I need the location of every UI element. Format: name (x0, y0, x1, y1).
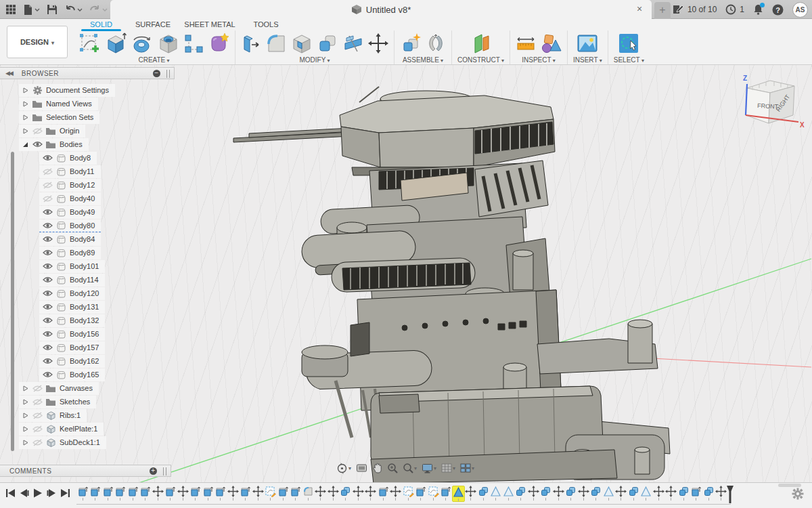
group-label-insert[interactable]: INSERT (573, 56, 602, 64)
tab-surface[interactable]: SURFACE (127, 19, 179, 30)
visibility-eye-icon[interactable] (41, 276, 54, 283)
joint-icon[interactable] (426, 33, 446, 54)
undo-icon[interactable] (64, 5, 83, 15)
browser-item-named-views[interactable]: Named Views (0, 97, 175, 110)
group-label-inspect[interactable]: INSPECT (522, 56, 556, 64)
browser-item-sketches[interactable]: Sketches (0, 395, 175, 408)
visibility-eye-icon[interactable] (41, 263, 54, 270)
redo-icon[interactable] (89, 5, 108, 15)
expand-arrow-icon[interactable] (20, 399, 30, 405)
group-label-select[interactable]: SELECT (614, 56, 644, 64)
browser-item-body89[interactable]: Body89 (0, 246, 175, 259)
combine-icon[interactable] (317, 33, 338, 54)
timeline-feature-extrude-25[interactable] (377, 486, 390, 502)
measure-icon[interactable] (516, 34, 536, 53)
expand-arrow-icon[interactable] (20, 128, 30, 134)
visibility-eye-icon[interactable] (30, 425, 44, 433)
go-to-start-button[interactable] (5, 488, 16, 501)
view-cube[interactable]: FRONT RIGHT Z X (732, 72, 807, 140)
timeline-feature-extrude-2[interactable] (89, 486, 102, 502)
timeline-feature-extrude-3[interactable] (102, 486, 114, 502)
expand-arrow-icon[interactable] (20, 412, 30, 419)
visibility-eye-icon[interactable] (30, 127, 44, 135)
timeline-feature-extrude-11[interactable] (202, 486, 215, 502)
timeline-feature-move-32[interactable] (465, 486, 478, 502)
timeline-feature-combine-22[interactable] (340, 486, 353, 502)
group-label-construct[interactable]: CONSTRUCT (457, 56, 504, 64)
timeline-feature-revolve-31[interactable] (452, 486, 465, 502)
timeline-feature-extrude-6[interactable] (139, 486, 152, 502)
display-settings-icon[interactable] (422, 463, 436, 473)
expand-panel-icon[interactable]: + (150, 467, 157, 475)
browser-item-bodies[interactable]: Bodies (0, 137, 175, 151)
timeline-feature-extrude-10[interactable] (189, 486, 202, 502)
visibility-eye-icon[interactable] (41, 317, 54, 324)
visibility-eye-icon[interactable] (41, 249, 54, 256)
document-tab[interactable]: Untitled v8* × (110, 0, 652, 19)
app-grid-icon[interactable] (5, 4, 16, 15)
visibility-eye-icon[interactable] (41, 331, 54, 337)
create-sketch-icon[interactable] (78, 33, 100, 54)
hole-icon[interactable] (157, 32, 179, 54)
new-tab-button[interactable]: + (654, 2, 671, 19)
shell-icon[interactable] (291, 33, 313, 54)
browser-header[interactable]: ◀◀ BROWSER − (0, 67, 175, 79)
timeline-feature-move-41[interactable] (577, 486, 590, 502)
section-analysis-icon[interactable] (540, 33, 562, 54)
visibility-eye-icon[interactable] (41, 154, 54, 161)
construct-plane-icon[interactable] (470, 33, 492, 54)
job-status-icon[interactable]: 10 of 10 (672, 4, 717, 15)
comments-header[interactable]: COMMENTS + (0, 465, 171, 477)
browser-item-origin[interactable]: Origin (0, 124, 175, 137)
timeline-feature-sketch-27[interactable] (402, 486, 415, 502)
insert-image-icon[interactable] (576, 33, 599, 54)
select-icon[interactable] (618, 33, 639, 54)
timeline-feature-extrude-12[interactable] (215, 486, 227, 502)
timeline-feature-move-15[interactable] (252, 486, 265, 502)
file-new-icon[interactable] (23, 4, 40, 16)
group-label-assemble[interactable]: ASSEMBLE (403, 56, 443, 64)
visibility-eye-icon[interactable] (41, 303, 54, 310)
close-tab-icon[interactable]: × (634, 4, 645, 15)
browser-item-body120[interactable]: Body120 (0, 287, 175, 300)
browser-item-body84[interactable]: Body84 (0, 232, 175, 246)
tab-tools[interactable]: TOOLS (240, 19, 292, 30)
move-icon[interactable] (368, 33, 388, 54)
extrude-icon[interactable] (104, 32, 127, 54)
timeline-feature-move-9[interactable] (177, 486, 189, 502)
timeline-feature-combine-51[interactable] (702, 486, 715, 502)
tab-solid[interactable]: SOLID (76, 19, 127, 30)
avatar[interactable]: AS (792, 2, 808, 18)
visibility-eye-icon[interactable] (30, 412, 44, 419)
go-to-end-button[interactable] (60, 488, 70, 501)
browser-item-body162[interactable]: Body162 (0, 354, 175, 368)
visibility-eye-icon[interactable] (30, 141, 44, 148)
expand-arrow-icon[interactable] (20, 87, 30, 93)
visibility-eye-icon[interactable] (41, 344, 54, 351)
visibility-eye-icon[interactable] (41, 358, 54, 364)
group-label-modify[interactable]: MODIFY (299, 56, 330, 64)
timeline-feature-revolve-43[interactable] (602, 486, 615, 502)
rectangular-pattern-icon[interactable] (183, 33, 204, 54)
browser-item-document-settings[interactable]: Document Settings (0, 83, 175, 97)
play-button[interactable] (33, 488, 43, 501)
browser-item-body131[interactable]: Body131 (0, 300, 175, 314)
step-back-button[interactable] (20, 488, 29, 501)
fit-icon[interactable] (403, 463, 417, 473)
visibility-eye-icon[interactable] (41, 222, 54, 229)
history-clock-icon[interactable]: 1 (725, 4, 744, 15)
timeline-feature-combine-40[interactable] (565, 486, 578, 502)
browser-item-body165[interactable]: Body165 (0, 368, 175, 381)
press-pull-icon[interactable] (241, 33, 261, 54)
visibility-eye-icon[interactable] (41, 236, 54, 242)
visibility-eye-icon[interactable] (41, 371, 54, 378)
browser-item-subdeck1-1[interactable]: SubDeck1:1 (0, 436, 175, 449)
browser-item-body40[interactable]: Body40 (0, 192, 175, 205)
step-forward-button[interactable] (47, 488, 56, 501)
browser-item-body8[interactable]: Body8 (0, 151, 175, 165)
visibility-eye-icon[interactable] (41, 168, 54, 175)
timeline-feature-extrude-4[interactable] (114, 486, 127, 502)
timeline-feature-revolve-35[interactable] (502, 486, 515, 502)
pan-icon[interactable] (372, 463, 382, 473)
timeline-feature-combine-42[interactable] (590, 486, 603, 502)
